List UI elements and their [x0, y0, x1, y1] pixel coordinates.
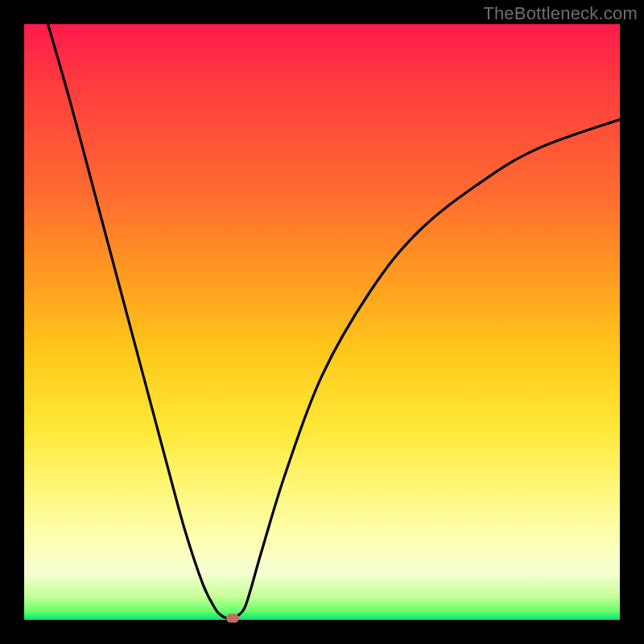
chart-frame: TheBottleneck.com	[0, 0, 644, 644]
plot-area	[24, 24, 620, 620]
optimal-point-marker	[226, 613, 239, 622]
watermark-text: TheBottleneck.com	[483, 3, 638, 24]
bottleneck-curve	[24, 24, 620, 620]
